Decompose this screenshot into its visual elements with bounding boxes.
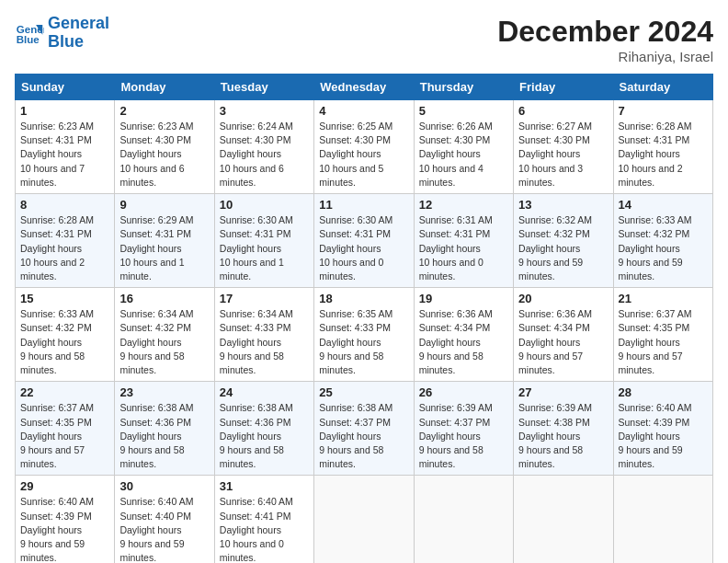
day-info: Sunrise: 6:39 AMSunset: 4:38 PMDaylight … bbox=[518, 401, 608, 471]
day-info: Sunrise: 6:38 AMSunset: 4:36 PMDaylight … bbox=[220, 401, 309, 471]
calendar-cell: 12Sunrise: 6:31 AMSunset: 4:31 PMDayligh… bbox=[414, 194, 513, 288]
day-number: 22 bbox=[20, 385, 109, 399]
day-info: Sunrise: 6:40 AMSunset: 4:39 PMDaylight … bbox=[20, 495, 109, 563]
calendar-cell: 6Sunrise: 6:27 AMSunset: 4:30 PMDaylight… bbox=[514, 100, 613, 194]
calendar-week-3: 15Sunrise: 6:33 AMSunset: 4:32 PMDayligh… bbox=[16, 288, 713, 382]
calendar-cell: 10Sunrise: 6:30 AMSunset: 4:31 PMDayligh… bbox=[214, 194, 313, 288]
calendar-cell: 7Sunrise: 6:28 AMSunset: 4:31 PMDaylight… bbox=[613, 100, 712, 194]
page-header: General Blue General Blue December 2024 … bbox=[15, 15, 713, 64]
weekday-wednesday: Wednesday bbox=[314, 75, 414, 100]
day-number: 31 bbox=[220, 479, 309, 493]
day-info: Sunrise: 6:31 AMSunset: 4:31 PMDaylight … bbox=[419, 213, 508, 283]
day-number: 26 bbox=[419, 385, 508, 399]
day-info: Sunrise: 6:39 AMSunset: 4:37 PMDaylight … bbox=[419, 401, 508, 471]
day-number: 21 bbox=[619, 292, 708, 305]
day-number: 15 bbox=[20, 292, 109, 305]
calendar-cell: 18Sunrise: 6:35 AMSunset: 4:33 PMDayligh… bbox=[314, 288, 414, 382]
day-info: Sunrise: 6:23 AMSunset: 4:30 PMDaylight … bbox=[119, 120, 209, 190]
location: Rihaniya, Israel bbox=[497, 49, 713, 64]
calendar-cell: 28Sunrise: 6:40 AMSunset: 4:39 PMDayligh… bbox=[613, 382, 712, 476]
day-number: 12 bbox=[419, 198, 508, 212]
day-number: 10 bbox=[220, 198, 309, 212]
day-number: 18 bbox=[319, 292, 408, 305]
calendar-cell: 8Sunrise: 6:28 AMSunset: 4:31 PMDaylight… bbox=[16, 194, 115, 288]
day-info: Sunrise: 6:37 AMSunset: 4:35 PMDaylight … bbox=[20, 401, 109, 471]
calendar-cell: 15Sunrise: 6:33 AMSunset: 4:32 PMDayligh… bbox=[16, 288, 115, 382]
day-number: 27 bbox=[518, 385, 608, 399]
weekday-thursday: Thursday bbox=[414, 75, 513, 100]
weekday-monday: Monday bbox=[115, 75, 214, 100]
calendar-cell bbox=[314, 476, 414, 563]
day-number: 11 bbox=[319, 198, 408, 212]
day-info: Sunrise: 6:24 AMSunset: 4:30 PMDaylight … bbox=[220, 120, 309, 190]
day-number: 23 bbox=[119, 385, 209, 399]
calendar-cell: 11Sunrise: 6:30 AMSunset: 4:31 PMDayligh… bbox=[314, 194, 414, 288]
day-number: 1 bbox=[20, 104, 109, 118]
day-number: 5 bbox=[419, 104, 508, 118]
calendar-table: SundayMondayTuesdayWednesdayThursdayFrid… bbox=[15, 74, 713, 563]
calendar-cell: 17Sunrise: 6:34 AMSunset: 4:33 PMDayligh… bbox=[214, 288, 313, 382]
day-number: 17 bbox=[220, 292, 309, 305]
day-info: Sunrise: 6:40 AMSunset: 4:40 PMDaylight … bbox=[119, 495, 209, 563]
day-info: Sunrise: 6:40 AMSunset: 4:39 PMDaylight … bbox=[619, 401, 708, 471]
day-number: 7 bbox=[619, 104, 708, 118]
day-number: 9 bbox=[119, 198, 209, 212]
calendar-cell: 16Sunrise: 6:34 AMSunset: 4:32 PMDayligh… bbox=[115, 288, 214, 382]
day-number: 8 bbox=[20, 198, 109, 212]
calendar-cell: 2Sunrise: 6:23 AMSunset: 4:30 PMDaylight… bbox=[115, 100, 214, 194]
logo-line1: General bbox=[48, 14, 109, 32]
calendar-week-2: 8Sunrise: 6:28 AMSunset: 4:31 PMDaylight… bbox=[16, 194, 713, 288]
day-info: Sunrise: 6:33 AMSunset: 4:32 PMDaylight … bbox=[20, 307, 109, 377]
day-number: 30 bbox=[119, 479, 209, 493]
calendar-cell: 13Sunrise: 6:32 AMSunset: 4:32 PMDayligh… bbox=[514, 194, 613, 288]
calendar-cell: 20Sunrise: 6:36 AMSunset: 4:34 PMDayligh… bbox=[514, 288, 613, 382]
calendar-week-5: 29Sunrise: 6:40 AMSunset: 4:39 PMDayligh… bbox=[16, 476, 713, 563]
day-number: 16 bbox=[119, 292, 209, 305]
day-number: 6 bbox=[518, 104, 608, 118]
calendar-body: 1Sunrise: 6:23 AMSunset: 4:31 PMDaylight… bbox=[16, 100, 713, 564]
calendar-cell: 30Sunrise: 6:40 AMSunset: 4:40 PMDayligh… bbox=[115, 476, 214, 563]
weekday-sunday: Sunday bbox=[16, 75, 115, 100]
calendar-cell bbox=[414, 476, 513, 563]
day-info: Sunrise: 6:33 AMSunset: 4:32 PMDaylight … bbox=[619, 213, 708, 283]
day-number: 28 bbox=[619, 385, 708, 399]
day-number: 25 bbox=[319, 385, 408, 399]
calendar-cell: 14Sunrise: 6:33 AMSunset: 4:32 PMDayligh… bbox=[613, 194, 712, 288]
calendar-cell: 1Sunrise: 6:23 AMSunset: 4:31 PMDaylight… bbox=[16, 100, 115, 194]
day-info: Sunrise: 6:37 AMSunset: 4:35 PMDaylight … bbox=[619, 307, 708, 377]
day-info: Sunrise: 6:36 AMSunset: 4:34 PMDaylight … bbox=[518, 307, 608, 377]
day-info: Sunrise: 6:26 AMSunset: 4:30 PMDaylight … bbox=[419, 120, 508, 190]
day-number: 20 bbox=[518, 292, 608, 305]
day-number: 14 bbox=[619, 198, 708, 212]
day-info: Sunrise: 6:29 AMSunset: 4:31 PMDaylight … bbox=[119, 213, 209, 283]
day-info: Sunrise: 6:28 AMSunset: 4:31 PMDaylight … bbox=[619, 120, 708, 190]
calendar-cell: 24Sunrise: 6:38 AMSunset: 4:36 PMDayligh… bbox=[214, 382, 313, 476]
day-info: Sunrise: 6:36 AMSunset: 4:34 PMDaylight … bbox=[419, 307, 508, 377]
calendar-cell bbox=[514, 476, 613, 563]
day-info: Sunrise: 6:40 AMSunset: 4:41 PMDaylight … bbox=[220, 495, 309, 563]
calendar-cell: 19Sunrise: 6:36 AMSunset: 4:34 PMDayligh… bbox=[414, 288, 513, 382]
day-number: 3 bbox=[220, 104, 309, 118]
day-number: 29 bbox=[20, 479, 109, 493]
day-info: Sunrise: 6:28 AMSunset: 4:31 PMDaylight … bbox=[20, 213, 109, 283]
weekday-header-row: SundayMondayTuesdayWednesdayThursdayFrid… bbox=[16, 75, 713, 100]
weekday-saturday: Saturday bbox=[613, 75, 712, 100]
calendar-cell: 26Sunrise: 6:39 AMSunset: 4:37 PMDayligh… bbox=[414, 382, 513, 476]
day-number: 4 bbox=[319, 104, 408, 118]
calendar-cell: 27Sunrise: 6:39 AMSunset: 4:38 PMDayligh… bbox=[514, 382, 613, 476]
day-number: 19 bbox=[419, 292, 508, 305]
calendar-cell: 23Sunrise: 6:38 AMSunset: 4:36 PMDayligh… bbox=[115, 382, 214, 476]
weekday-tuesday: Tuesday bbox=[214, 75, 313, 100]
calendar-cell: 5Sunrise: 6:26 AMSunset: 4:30 PMDaylight… bbox=[414, 100, 513, 194]
calendar-cell: 4Sunrise: 6:25 AMSunset: 4:30 PMDaylight… bbox=[314, 100, 414, 194]
day-number: 2 bbox=[119, 104, 209, 118]
day-info: Sunrise: 6:34 AMSunset: 4:32 PMDaylight … bbox=[119, 307, 209, 377]
svg-text:Blue: Blue bbox=[17, 33, 40, 44]
calendar-cell: 25Sunrise: 6:38 AMSunset: 4:37 PMDayligh… bbox=[314, 382, 414, 476]
day-info: Sunrise: 6:38 AMSunset: 4:36 PMDaylight … bbox=[119, 401, 209, 471]
logo-icon: General Blue bbox=[15, 18, 44, 48]
day-info: Sunrise: 6:25 AMSunset: 4:30 PMDaylight … bbox=[319, 120, 408, 190]
day-info: Sunrise: 6:23 AMSunset: 4:31 PMDaylight … bbox=[20, 120, 109, 190]
calendar-cell bbox=[613, 476, 712, 563]
day-info: Sunrise: 6:34 AMSunset: 4:33 PMDaylight … bbox=[220, 307, 309, 377]
